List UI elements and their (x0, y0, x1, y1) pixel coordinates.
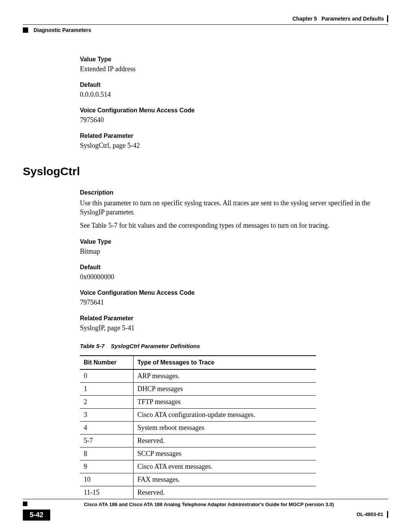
bit-number-cell: 9 (80, 460, 134, 473)
default-value: 0.0.0.0.514 (80, 91, 388, 99)
table-row: 9Cisco ATA event messages. (80, 460, 316, 473)
default-label: Default (80, 81, 388, 88)
related-param-label: Related Parameter (80, 133, 388, 139)
bit-number-cell: 8 (80, 447, 134, 460)
syslogctrl-table: Bit Number Type of Messages to Trace 0AR… (80, 355, 316, 499)
bit-number-cell: 4 (80, 421, 134, 434)
table-row: 10FAX messages. (80, 473, 316, 486)
related-param-label: Related Parameter (80, 315, 388, 322)
book-title: Cisco ATA 186 and Cisco ATA 188 Analog T… (30, 502, 388, 507)
value-type-label: Value Type (80, 238, 388, 245)
description-label: Description (80, 189, 388, 196)
square-icon (23, 27, 28, 33)
vcmac-label: Voice Configuration Menu Access Code (80, 107, 388, 114)
message-type-cell: Cisco ATA configuration-update messages. (134, 408, 316, 421)
vcmac-value: 7975641 (80, 299, 388, 307)
parameter-block-syslogctrl: Description Use this parameter to turn o… (80, 189, 388, 499)
table-title: SyslogCtrl Parameter Definitions (111, 343, 200, 349)
doc-number: OL-4803-01 (357, 511, 383, 517)
table-caption: Table 5-7 SyslogCtrl Parameter Definitio… (80, 343, 388, 349)
bit-number-cell: 3 (80, 408, 134, 421)
message-type-cell: Cisco ATA event messages. (134, 460, 316, 473)
message-type-cell: Reserved. (134, 434, 316, 447)
message-type-cell: Reserved. (134, 486, 316, 499)
message-type-cell: SCCP messages (134, 447, 316, 460)
bit-number-cell: 2 (80, 395, 134, 408)
table-row: 11-15Reserved. (80, 486, 316, 499)
description-text-1: Use this parameter to turn on specific s… (80, 198, 388, 217)
bit-number-cell: 10 (80, 473, 134, 486)
section-title: Diagnostic Parameters (33, 27, 91, 33)
page-number: 5-42 (23, 510, 50, 521)
related-param: SyslogCtrl, page 5-42 (80, 142, 388, 150)
chapter-title: Parameters and Defaults (322, 16, 384, 22)
value-type-label: Value Type (80, 56, 388, 63)
description-text-2: See Table 5-7 for bit values and the cor… (80, 221, 388, 230)
bit-number-cell: 1 (80, 382, 134, 395)
table-header-row: Bit Number Type of Messages to Trace (80, 356, 316, 369)
default-label: Default (80, 264, 388, 271)
related-param: SyslogIP, page 5-41 (80, 324, 388, 332)
parameter-block-syslogip-continued: Value Type Extended IP address Default 0… (80, 56, 388, 150)
header-bar-icon (387, 15, 388, 22)
table-row: 5-7Reserved. (80, 434, 316, 447)
table-row: 0ARP messages. (80, 369, 316, 383)
table-row: 8SCCP messages (80, 447, 316, 460)
section-header: Diagnostic Parameters (23, 24, 388, 33)
bit-number-cell: 5-7 (80, 434, 134, 447)
table-row: 3Cisco ATA configuration-update messages… (80, 408, 316, 421)
message-type-cell: ARP messages. (134, 369, 316, 383)
message-type-cell: TFTP messages (134, 395, 316, 408)
value-type: Bitmap (80, 248, 388, 256)
value-type: Extended IP address (80, 65, 388, 73)
table-row: 1DHCP messages (80, 382, 316, 395)
table-row: 2TFTP messages (80, 395, 316, 408)
parameter-heading: SyslogCtrl (23, 165, 388, 178)
bit-number-cell: 11-15 (80, 486, 134, 499)
message-type-cell: FAX messages. (134, 473, 316, 486)
vcmac-value: 7975640 (80, 116, 388, 124)
col-message-type: Type of Messages to Trace (134, 356, 316, 369)
message-type-cell: System reboot messages (134, 421, 316, 434)
vcmac-label: Voice Configuration Menu Access Code (80, 289, 388, 296)
footer-square-icon (23, 502, 27, 506)
bit-number-cell: 0 (80, 369, 134, 383)
page-footer: Cisco ATA 186 and Cisco ATA 188 Analog T… (23, 499, 388, 521)
table-row: 4System reboot messages (80, 421, 316, 434)
col-bit-number: Bit Number (80, 356, 134, 369)
chapter-label: Chapter 5 (292, 16, 317, 22)
footer-bar-icon (387, 511, 388, 518)
table-number: Table 5-7 (80, 343, 104, 349)
default-value: 0x00000000 (80, 273, 388, 281)
message-type-cell: DHCP messages (134, 382, 316, 395)
running-header: Chapter 5 Parameters and Defaults (23, 15, 388, 22)
